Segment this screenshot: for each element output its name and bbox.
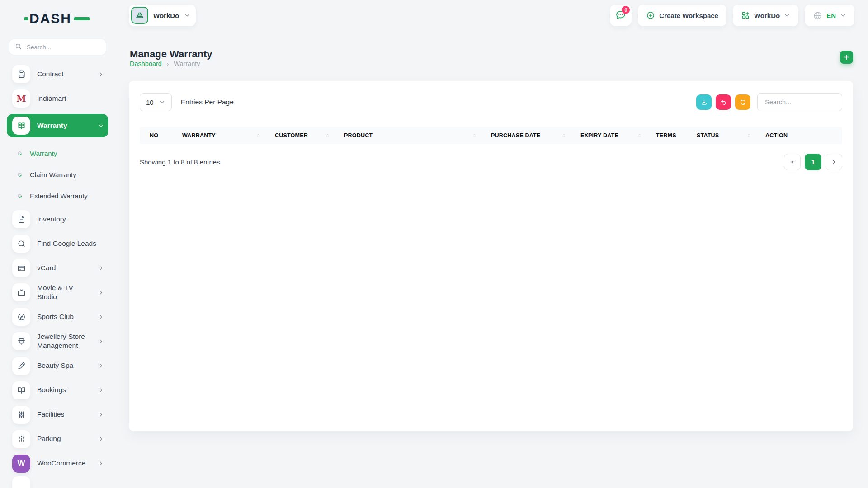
chevron-right-icon — [98, 436, 104, 442]
sidebar-item-label: Indiamart — [37, 94, 66, 103]
sidebar-item-label: Warranty — [37, 121, 67, 130]
pagination-prev-button[interactable] — [784, 154, 801, 170]
create-workspace-button[interactable]: Create Workspace — [638, 5, 726, 26]
grid-plus-icon — [741, 11, 750, 20]
table-search-input[interactable] — [764, 98, 835, 106]
parking-icon — [12, 430, 30, 448]
sort-icon[interactable] — [637, 133, 642, 139]
column-header-terms: TERMS — [649, 127, 689, 144]
workspace-label: WorkDo — [153, 12, 179, 19]
sidebar-item-label: Jewellery Store Management — [37, 332, 91, 350]
sidebar-item-sports-club[interactable]: Sports Club — [7, 308, 108, 326]
sidebar-subitem-warranty[interactable]: Warranty — [18, 143, 108, 164]
column-header-expiry-date[interactable]: EXPIRY DATE — [573, 127, 649, 144]
chevron-right-icon — [98, 338, 104, 344]
sidebar-item-facilities[interactable]: Facilities — [7, 406, 108, 424]
top-bar-actions: 0 Create Workspace WorkDo EN — [610, 5, 854, 26]
column-header-status[interactable]: STATUS — [689, 127, 758, 144]
plus-circle-icon — [646, 11, 655, 20]
sidebar-search — [9, 39, 106, 55]
breadcrumb-current: Warranty — [174, 60, 200, 67]
sidebar-item-label: Bookings — [37, 385, 66, 394]
column-label: WARRANTY — [182, 132, 216, 139]
app-logo[interactable]: DASH — [29, 11, 88, 27]
refresh-button[interactable] — [735, 94, 750, 110]
sidebar-item-contract[interactable]: Contract — [7, 65, 108, 83]
sidebar-subitem-label: Claim Warranty — [30, 171, 76, 178]
gem-icon — [12, 332, 30, 350]
book-icon — [12, 117, 30, 135]
chevron-down-icon — [840, 12, 846, 19]
sort-icon[interactable] — [255, 133, 261, 139]
workspace-icon — [131, 7, 148, 24]
sidebar-item-label: Contract — [37, 70, 64, 79]
logo-dot-accent — [24, 17, 28, 20]
column-label: PURCHASE DATE — [491, 132, 540, 139]
sidebar-item-indiamart[interactable]: MIndiamart — [7, 89, 108, 108]
sidebar-nav: ContractMIndiamartWarrantyWarrantyClaim … — [7, 65, 108, 473]
language-selector[interactable]: EN — [805, 5, 854, 26]
column-header-product[interactable]: PRODUCT — [337, 127, 484, 144]
sidebar-item-partial — [12, 476, 30, 488]
chevron-down-icon — [784, 12, 790, 19]
workdo-menu-button[interactable]: WorkDo — [733, 5, 798, 26]
column-header-warranty[interactable]: WARRANTY — [175, 127, 268, 144]
brush-icon — [12, 357, 30, 375]
card-icon — [12, 259, 30, 277]
table-header-row: NOWARRANTYCUSTOMERPRODUCTPURCHASE DATEEX… — [140, 127, 842, 144]
column-label: TERMS — [656, 132, 676, 139]
column-header-purchase-date[interactable]: PURCHASE DATE — [484, 127, 573, 144]
messages-button[interactable]: 0 — [610, 5, 632, 26]
chevron-right-icon — [98, 412, 104, 418]
pagination: 1 — [784, 154, 842, 170]
sidebar-item-movie-tv-studio[interactable]: Movie & TV Studio — [7, 283, 108, 301]
sort-icon[interactable] — [561, 133, 567, 139]
sort-icon[interactable] — [325, 133, 330, 139]
sidebar-item-woocommerce[interactable]: WWooCommerce — [7, 455, 108, 473]
floppy-icon — [12, 65, 30, 83]
chevron-right-icon — [98, 71, 104, 77]
workspace-switcher[interactable]: WorkDo — [129, 5, 196, 26]
sidebar-item-label: WooCommerce — [37, 459, 85, 468]
sort-icon[interactable] — [472, 133, 477, 139]
breadcrumb: Dashboard › Warranty — [130, 60, 200, 67]
showing-entries-text: Showing 1 to 8 of 8 entries — [140, 158, 220, 166]
pagination-page-1[interactable]: 1 — [805, 154, 821, 170]
sidebar-item-jewellery-store-management[interactable]: Jewellery Store Management — [7, 332, 108, 350]
entries-per-page-select[interactable]: 10 — [140, 93, 172, 111]
indiamart-icon: M — [12, 89, 30, 108]
sidebar-item-warranty[interactable]: Warranty — [7, 114, 108, 137]
add-warranty-button[interactable] — [840, 51, 853, 64]
chevron-right-icon — [98, 290, 104, 296]
sidebar-item-beauty-spa[interactable]: Beauty Spa — [7, 357, 108, 375]
sidebar-search-input[interactable] — [26, 43, 100, 51]
breadcrumb-dashboard-link[interactable]: Dashboard — [130, 60, 162, 67]
column-header-action: ACTION — [758, 127, 842, 144]
sidebar-item-label: Find Google Leads — [37, 239, 96, 248]
download-button[interactable] — [696, 94, 712, 110]
chevron-right-icon — [98, 387, 104, 393]
column-header-no: NO — [140, 127, 175, 144]
entries-per-page-value: 10 — [146, 99, 154, 106]
sidebar-item-find-google-leads[interactable]: Find Google Leads — [7, 235, 108, 253]
language-label: EN — [826, 12, 836, 19]
sidebar-item-vcard[interactable]: vCard — [7, 259, 108, 277]
sidebar-item-inventory[interactable]: Inventory — [7, 210, 108, 228]
chevron-down-icon — [98, 123, 104, 129]
column-label: STATUS — [697, 132, 719, 139]
sidebar-item-bookings[interactable]: Bookings — [7, 381, 108, 399]
pagination-next-button[interactable] — [826, 154, 842, 170]
sidebar-subitem-claim-warranty[interactable]: Claim Warranty — [18, 164, 108, 185]
sidebar-item-parking[interactable]: Parking — [7, 430, 108, 448]
sidebar-subitem-extended-warranty[interactable]: Extended Warranty — [18, 185, 108, 206]
column-label: PRODUCT — [344, 132, 373, 139]
woocommerce-icon: W — [12, 455, 30, 473]
sidebar-subitem-label: Warranty — [30, 150, 57, 157]
undo-button[interactable] — [716, 94, 731, 110]
chevron-down-icon — [159, 99, 165, 105]
column-header-customer[interactable]: CUSTOMER — [268, 127, 337, 144]
page-title: Manage Warranty — [130, 48, 212, 60]
sort-icon[interactable] — [746, 133, 752, 139]
sidebar-item-label: Facilities — [37, 410, 64, 419]
search-icon — [12, 235, 30, 253]
